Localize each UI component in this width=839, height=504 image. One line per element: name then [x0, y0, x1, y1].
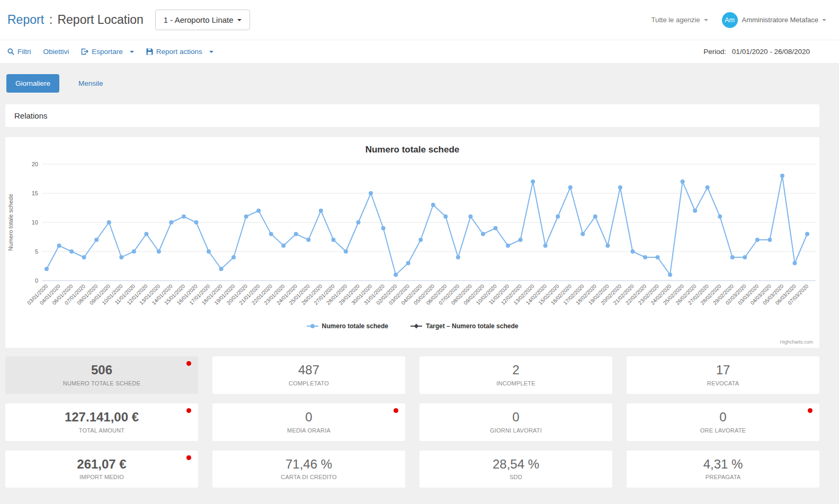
stat-card[interactable]: 28,54 %SDD [419, 451, 612, 488]
tab-mensile[interactable]: Mensile [69, 74, 112, 93]
legend-label: Target – Numero totale schede [426, 322, 519, 330]
stat-card[interactable]: 261,07 €IMPORT MEDIO [5, 451, 198, 488]
export-icon [81, 48, 88, 55]
highcharts-credits[interactable]: Highcharts.com [780, 339, 813, 345]
stat-label: CARTA DI CREDITO [218, 474, 400, 480]
stat-card[interactable]: 4,31 %PREPAGATA [627, 451, 819, 488]
series-line[interactable] [44, 174, 809, 277]
header: Report : Report Location 1 - Aeroporto L… [0, 0, 839, 40]
location-selector[interactable]: 1 - Aeroporto Linate [155, 10, 250, 30]
chart-title: Numero totale schede [5, 145, 819, 155]
status-dot [186, 455, 191, 460]
save-icon [146, 48, 153, 55]
toolbar-left: Filtri Obiettivi Esportare Report action… [7, 48, 213, 56]
svg-text:20: 20 [32, 161, 38, 167]
stat-label: TOTAL AMOUNT [11, 427, 193, 434]
objectives-label: Obiettivi [43, 48, 69, 56]
stat-value: 127.141,00 € [11, 410, 193, 425]
status-dot [186, 361, 191, 366]
status-dot [186, 408, 191, 413]
chevron-down-icon [822, 19, 826, 21]
stat-card[interactable]: 0GIORNI LAVORATI [419, 403, 612, 441]
stat-label: INCOMPLETE [425, 380, 607, 386]
period: Period: 01/01/2020 - 26/08/2020 [703, 48, 810, 56]
legend-label: Numero totale schede [322, 322, 388, 330]
stat-value: 506 [11, 363, 193, 378]
stat-card[interactable]: 506NUMERO TOTALE SCHEDE [5, 356, 198, 394]
stat-value: 0 [425, 410, 607, 425]
export-menu[interactable]: Esportare [81, 48, 134, 56]
report-actions-menu[interactable]: Report actions [146, 48, 213, 56]
objectives-button[interactable]: Obiettivi [43, 48, 69, 56]
page-title: Report Location [57, 13, 143, 27]
stat-card[interactable]: 71,46 %CARTA DI CREDITO [212, 451, 405, 488]
stats-grid: 506NUMERO TOTALE SCHEDE487COMPLETATO2INC… [5, 356, 819, 488]
status-dot [394, 408, 398, 413]
svg-text:5: 5 [35, 248, 38, 255]
svg-text:0: 0 [35, 277, 38, 284]
stat-value: 2 [425, 363, 607, 378]
target-series-marker-icon [410, 323, 422, 329]
toolbar: Filtri Obiettivi Esportare Report action… [0, 40, 839, 63]
filters-label: Filtri [17, 48, 31, 56]
title-group: Report : Report Location 1 - Aeroporto L… [7, 10, 250, 30]
chart-panel: Numero totale schede 05101520Numero tota… [5, 137, 819, 348]
avatar[interactable]: Am [722, 12, 738, 28]
chevron-down-icon [704, 19, 708, 21]
stat-label: REVOCATA [632, 380, 814, 386]
stat-value: 0 [632, 410, 814, 425]
user-menu[interactable]: Amministratore Metaface [742, 16, 827, 24]
stat-value: 17 [632, 363, 814, 378]
legend-item[interactable]: Target – Numero totale schede [410, 322, 519, 330]
stat-value: 71,46 % [218, 457, 400, 472]
location-selector-label: 1 - Aeroporto Linate [164, 15, 234, 24]
stat-label: GIORNI LAVORATI [425, 427, 607, 434]
status-dot [808, 408, 813, 413]
chevron-down-icon [237, 19, 242, 21]
y-grid: 05101520 [32, 161, 816, 284]
stat-card[interactable]: 2INCOMPLETE [419, 356, 612, 394]
report-brand-link[interactable]: Report [7, 13, 44, 27]
stat-label: PREPAGATA [632, 474, 814, 480]
x-axis-labels: 03/01/202004/01/202006/01/202007/01/2020… [26, 283, 809, 305]
stat-value: 487 [218, 363, 400, 378]
series-marker-icon [307, 323, 318, 329]
stat-label: IMPORT MEDIO [11, 474, 193, 480]
chevron-down-icon [130, 51, 134, 53]
user-name: Amministratore Metaface [742, 16, 819, 24]
stat-label: NUMERO TOTALE SCHEDE [11, 380, 193, 386]
stat-value: 4,31 % [632, 457, 814, 472]
relations-panel: Relations [5, 104, 819, 127]
legend-item[interactable]: Numero totale schede [307, 322, 388, 330]
stat-card[interactable]: 487COMPLETATO [212, 356, 405, 394]
report-actions-label: Report actions [156, 48, 202, 56]
stat-card[interactable]: 0ORE LAVORATE [627, 403, 819, 441]
title-separator: : [49, 13, 52, 27]
period-label: Period: [703, 48, 726, 56]
tab-giornaliere[interactable]: Giornaliere [6, 74, 59, 93]
chart-legend: Numero totale schedeTarget – Numero tota… [5, 322, 819, 330]
user-group: Tutte le agenzie Am Amministratore Metaf… [651, 12, 826, 28]
agency-selector-label: Tutte le agenzie [651, 16, 700, 24]
stat-label: COMPLETATO [218, 380, 400, 386]
stat-label: ORE LAVORATE [632, 427, 814, 434]
period-value: 01/01/2020 - 26/08/2020 [732, 48, 810, 56]
agency-selector[interactable]: Tutte le agenzie [651, 16, 708, 24]
svg-text:15: 15 [32, 190, 38, 196]
y-axis-title: Numero totale schede [7, 194, 14, 251]
main-content: GiornaliereMensile Relations Numero tota… [0, 63, 839, 488]
filters-button[interactable]: Filtri [7, 48, 31, 56]
export-label: Esportare [92, 48, 123, 56]
line-chart[interactable]: 05101520Numero totale schede03/01/202004… [5, 158, 819, 315]
tab-bar: GiornaliereMensile [6, 74, 819, 93]
stat-value: 28,54 % [425, 457, 607, 472]
stat-value: 0 [218, 410, 400, 425]
stat-card[interactable]: 17REVOCATA [627, 356, 819, 394]
stat-card[interactable]: 0MEDIA ORARIA [212, 403, 405, 441]
search-icon [7, 48, 14, 55]
stat-label: MEDIA ORARIA [218, 427, 400, 434]
svg-text:10: 10 [32, 219, 38, 226]
stat-value: 261,07 € [11, 457, 193, 472]
chevron-down-icon [209, 51, 213, 53]
stat-card[interactable]: 127.141,00 €TOTAL AMOUNT [5, 403, 198, 441]
